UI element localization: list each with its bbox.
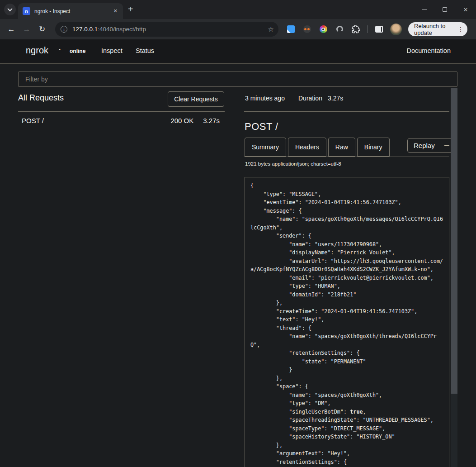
- request-time-ago: 3 minutes ago: [245, 95, 285, 102]
- goggles-icon: [303, 25, 311, 33]
- extension-arc-icon[interactable]: [335, 24, 344, 34]
- duration-label: Duration: [298, 95, 322, 102]
- puzzle-icon: [352, 25, 360, 33]
- right-divider: [244, 111, 449, 112]
- extensions-menu-button[interactable]: [351, 24, 361, 34]
- back-button[interactable]: ←: [4, 22, 19, 37]
- nav-status[interactable]: Status: [136, 47, 154, 54]
- new-tab-button[interactable]: +: [128, 5, 133, 13]
- back-icon: ←: [8, 25, 15, 34]
- camera-icon: [320, 25, 327, 33]
- blue-window-icon: [287, 25, 295, 33]
- replay-menu-icon: [444, 145, 449, 146]
- duration-value: 3.27s: [328, 95, 343, 102]
- json-body-post: , "spaceThreadingState": "UNTHREADED_MES…: [250, 409, 434, 465]
- json-body-boolean: true: [350, 409, 363, 415]
- scrollbar-thumb[interactable]: [451, 88, 457, 394]
- left-divider: [18, 111, 225, 112]
- url-text: 127.0.0.1:4040/inspect/http: [72, 26, 268, 33]
- browser-titlebar: n ngrok - Inspect ✕ + ✕: [0, 0, 476, 19]
- site-info-icon[interactable]: i: [61, 26, 67, 33]
- chevron-down-icon: [7, 6, 12, 11]
- online-status-dot: •: [59, 47, 61, 52]
- maximize-button[interactable]: [434, 0, 455, 19]
- minimize-icon: [422, 10, 427, 10]
- extension-window-icon[interactable]: [286, 24, 296, 34]
- relaunch-label: Relaunch to update: [414, 23, 457, 36]
- toolbar-separator: [367, 25, 368, 33]
- relaunch-to-update-button[interactable]: Relaunch to update ⋮: [408, 22, 467, 36]
- forward-button[interactable]: →: [19, 22, 34, 37]
- extension-goggles-icon[interactable]: [302, 24, 312, 34]
- tab-summary[interactable]: Summary: [245, 138, 286, 157]
- online-status-label: online: [70, 48, 85, 54]
- detail-title: POST /: [245, 121, 278, 133]
- maximize-icon: [443, 7, 447, 12]
- ngrok-favicon-icon: n: [23, 7, 30, 15]
- tab-title: ngrok - Inspect: [34, 8, 112, 14]
- replay-button[interactable]: Replay: [408, 138, 441, 152]
- replay-split-button: Replay: [407, 138, 453, 153]
- json-body-pre: { "type": "MESSAGE", "eventTime": "2024-…: [250, 182, 443, 415]
- tab-binary[interactable]: Binary: [357, 138, 390, 157]
- arc-icon: [336, 26, 343, 33]
- json-body: { "type": "MESSAGE", "eventTime": "2024-…: [250, 181, 443, 466]
- forward-icon: →: [23, 25, 31, 34]
- close-icon: ✕: [463, 6, 468, 13]
- response-body-box: { "type": "MESSAGE", "eventTime": "2024-…: [245, 177, 449, 467]
- side-panel-icon: [375, 26, 383, 33]
- documentation-link[interactable]: Documentation: [406, 47, 451, 54]
- request-status: 200 OK: [170, 117, 193, 124]
- clear-requests-button[interactable]: Clear Requests: [168, 91, 224, 107]
- filter-input[interactable]: [18, 71, 457, 87]
- extension-camera-icon[interactable]: [318, 24, 328, 34]
- side-panel-button[interactable]: [374, 24, 384, 34]
- request-duration: 3.27s: [203, 117, 220, 124]
- address-bar[interactable]: i 127.0.0.1:4040/inspect/http ☆: [55, 22, 278, 37]
- all-requests-title: All Requests: [18, 93, 64, 103]
- browser-window: n ngrok - Inspect ✕ + ✕ ← → ↻ i 127.0.0.…: [0, 0, 476, 467]
- nav-inspect[interactable]: Inspect: [101, 47, 123, 54]
- extensions-row: [286, 19, 402, 39]
- bookmark-star-icon[interactable]: ☆: [268, 25, 274, 33]
- request-row[interactable]: POST / 200 OK 3.27s: [18, 114, 225, 128]
- request-method-path: POST /: [22, 117, 170, 124]
- window-controls: ✕: [414, 0, 476, 19]
- close-button[interactable]: ✕: [455, 0, 476, 19]
- tab-headers[interactable]: Headers: [288, 138, 326, 157]
- ngrok-logo[interactable]: ngrok: [26, 45, 48, 56]
- body-meta: 1921 bytes application/json; charset=utf…: [245, 161, 341, 167]
- browser-menu-icon[interactable]: ⋮: [457, 26, 464, 33]
- tab-search-button[interactable]: [4, 4, 16, 15]
- profile-avatar[interactable]: [390, 24, 402, 35]
- reload-icon: ↻: [39, 24, 45, 34]
- minimize-button[interactable]: [414, 0, 434, 19]
- tab-close-icon[interactable]: ✕: [112, 7, 119, 15]
- tab-raw[interactable]: Raw: [328, 138, 355, 157]
- reload-button[interactable]: ↻: [34, 22, 50, 37]
- browser-tab[interactable]: n ngrok - Inspect ✕: [18, 3, 123, 19]
- ngrok-header: ngrok • online Inspect Status Documentat…: [0, 39, 476, 64]
